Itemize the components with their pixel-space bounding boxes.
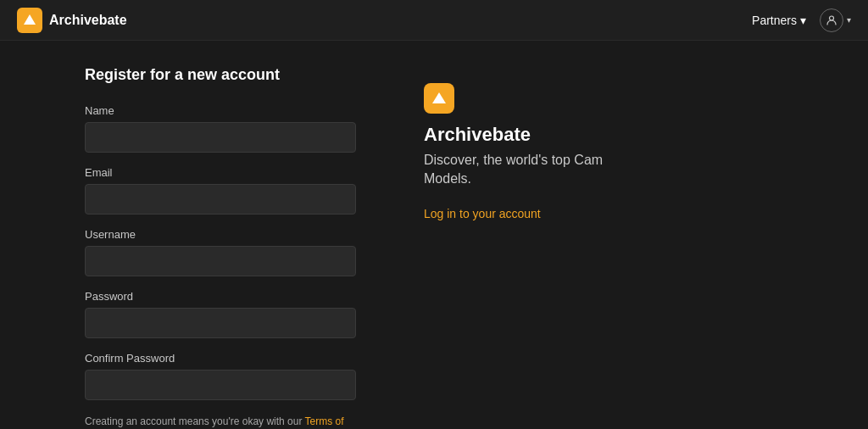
- brand-logo-icon: [17, 8, 42, 33]
- registration-form-section: Register for a new account Name Email Us…: [85, 66, 356, 429]
- username-field-group: Username: [85, 228, 356, 276]
- email-field-group: Email: [85, 166, 356, 214]
- navbar-right: Partners ▾ ▾: [752, 8, 851, 32]
- password-label: Password: [85, 290, 356, 303]
- name-label: Name: [85, 104, 356, 117]
- email-label: Email: [85, 166, 356, 179]
- confirm-password-field-group: Confirm Password: [85, 352, 356, 400]
- form-title: Register for a new account: [85, 66, 356, 84]
- svg-point-1: [830, 16, 834, 20]
- info-tagline: Discover, the world's top Cam Models.: [424, 151, 610, 189]
- brand-name: Archivebate: [49, 13, 127, 28]
- svg-marker-0: [24, 14, 36, 25]
- username-input[interactable]: [85, 246, 356, 276]
- terms-text-before: Creating an account means you're okay wi…: [85, 415, 305, 427]
- partners-label: Partners: [752, 14, 797, 27]
- navbar: Archivebate Partners ▾ ▾: [0, 0, 868, 41]
- user-chevron-icon: ▾: [847, 15, 851, 25]
- password-field-group: Password: [85, 290, 356, 338]
- svg-marker-2: [432, 92, 446, 103]
- confirm-password-input[interactable]: [85, 370, 356, 400]
- info-section: Archivebate Discover, the world's top Ca…: [424, 66, 783, 429]
- user-avatar-icon: [820, 8, 843, 32]
- info-logo-icon: [424, 83, 454, 114]
- password-input[interactable]: [85, 308, 356, 338]
- confirm-password-label: Confirm Password: [85, 352, 356, 365]
- partners-menu[interactable]: Partners ▾: [752, 14, 806, 27]
- username-label: Username: [85, 228, 356, 241]
- terms-text: Creating an account means you're okay wi…: [85, 414, 356, 429]
- user-menu[interactable]: ▾: [820, 8, 851, 32]
- login-link[interactable]: Log in to your account: [424, 207, 541, 220]
- info-app-name: Archivebate: [424, 124, 783, 146]
- brand: Archivebate: [17, 8, 127, 33]
- partners-chevron: ▾: [800, 14, 806, 27]
- name-field-group: Name: [85, 104, 356, 153]
- email-input[interactable]: [85, 184, 356, 214]
- main-content: Register for a new account Name Email Us…: [0, 41, 868, 429]
- name-input[interactable]: [85, 122, 356, 153]
